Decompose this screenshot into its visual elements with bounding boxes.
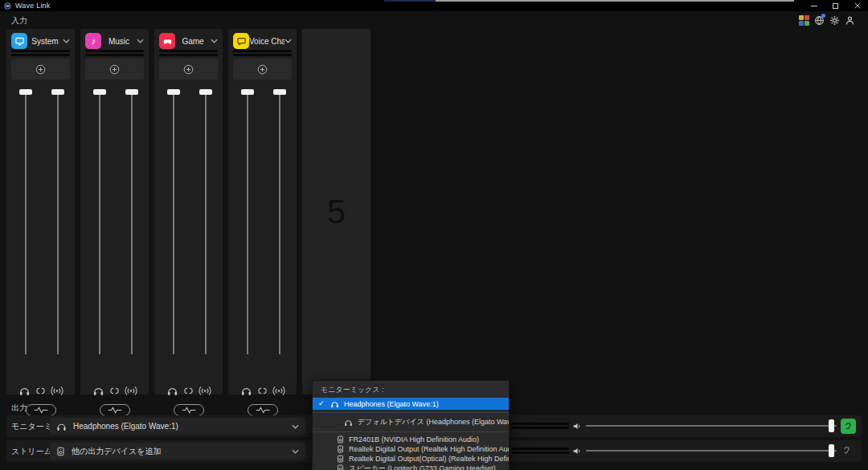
channel-strip-game: Game <box>154 29 223 394</box>
menu-separator <box>313 412 509 413</box>
menu-item-selected[interactable]: ✓ Headphones (Elgato Wave:1) <box>313 398 509 410</box>
effects-button[interactable] <box>248 404 278 416</box>
headphones-icon <box>344 419 353 427</box>
speaker-device-icon <box>337 464 344 470</box>
broadcast-icon[interactable] <box>199 386 211 396</box>
stream-volume-fader[interactable] <box>131 92 133 354</box>
headphones-icon[interactable] <box>92 386 104 396</box>
menu-item-label: スピーカー (Logitech G733 Gaming Headset) <box>349 464 496 470</box>
minimize-button[interactable] <box>803 0 825 11</box>
menu-item-device[interactable]: Realtek Digital Output(Optical) (Realtek… <box>313 454 509 464</box>
channel-header[interactable]: Game <box>154 32 223 50</box>
stream-mix-volume-slider[interactable] <box>586 450 837 452</box>
stream-mix-device-dropdown[interactable]: 他の出力デバイスを追加 <box>50 443 305 460</box>
channel-header[interactable]: System <box>6 32 75 50</box>
fader-handle[interactable] <box>93 89 106 95</box>
speaker-volume-icon <box>571 446 583 456</box>
channel-header[interactable]: ♪ Music <box>80 32 149 50</box>
menu-item-default-device[interactable]: デフォルトデバイス (Headphones (Elgato Wave:1) (D… <box>313 415 509 429</box>
account-icon[interactable] <box>845 15 855 26</box>
headphones-icon[interactable] <box>166 386 178 396</box>
menu-item-device[interactable]: FR2401B (NVIDIA High Definition Audio) <box>313 435 509 444</box>
channel-name: Music <box>101 37 137 46</box>
channel-strip-music: ♪ Music <box>80 29 149 394</box>
headphone-volume-fader[interactable] <box>99 92 100 354</box>
level-meter <box>11 50 70 58</box>
headphones-icon[interactable] <box>240 386 252 396</box>
chevron-down-icon[interactable] <box>137 39 144 43</box>
add-effect-button[interactable] <box>159 59 218 80</box>
channel-output-icons <box>80 386 149 396</box>
marketplace-grid-icon[interactable] <box>799 15 809 26</box>
chevron-down-icon[interactable] <box>63 39 70 43</box>
fader-handle[interactable] <box>19 89 32 95</box>
link-icon[interactable] <box>184 386 193 395</box>
add-effect-button[interactable] <box>85 59 144 80</box>
maximize-button[interactable] <box>825 0 846 11</box>
stream-volume-fader[interactable] <box>205 92 207 354</box>
speaker-device-icon <box>337 455 344 463</box>
stream-mix-level-meter <box>511 448 569 456</box>
chat-bubble-icon <box>233 33 249 49</box>
menu-item-device[interactable]: スピーカー (Logitech G733 Gaming Headset) <box>313 464 509 470</box>
fader-handle[interactable] <box>241 89 254 95</box>
effects-button[interactable] <box>100 404 130 416</box>
channel-output-icons <box>6 386 75 396</box>
close-button[interactable] <box>846 0 868 11</box>
fader-handle[interactable] <box>273 89 286 95</box>
effects-button[interactable] <box>26 404 56 416</box>
channel-name: Voice Chat <box>249 37 285 46</box>
fader-handle[interactable] <box>51 89 64 95</box>
headphone-volume-fader[interactable] <box>173 92 174 354</box>
titlebar: Wave Link <box>0 0 868 11</box>
check-icon: ✓ <box>318 400 326 407</box>
fader-handle[interactable] <box>199 89 212 95</box>
channel-name: Game <box>175 37 211 46</box>
broadcast-icon[interactable] <box>125 386 137 396</box>
monitoring-toggle-on[interactable] <box>841 419 856 434</box>
channel-strips: System ♪ Music <box>6 29 371 394</box>
stream-volume-fader[interactable] <box>57 92 59 354</box>
broadcast-icon[interactable] <box>51 386 63 396</box>
monitor-mix-device-menu: モニターミックス : ✓ Headphones (Elgato Wave:1) … <box>312 380 510 470</box>
link-icon[interactable] <box>110 386 119 395</box>
broadcast-icon[interactable] <box>272 386 285 396</box>
wave-link-window: { "titlebar": { "title": "Wave Link" }, … <box>0 0 868 470</box>
chevron-down-icon[interactable] <box>285 39 292 43</box>
link-icon[interactable] <box>258 386 267 395</box>
menu-item-device[interactable]: Realtek Digital Output (Realtek High Def… <box>313 444 509 454</box>
headphones-icon[interactable] <box>18 386 31 396</box>
monitor-mix-device-dropdown[interactable]: Headphones (Elgato Wave:1) <box>50 418 305 435</box>
gamepad-icon <box>159 33 175 49</box>
menu-item-label: Realtek Digital Output (Realtek High Def… <box>349 445 509 453</box>
channel-strip-empty-slot[interactable]: 5 <box>302 29 371 394</box>
channel-header[interactable]: Voice Chat <box>228 32 297 50</box>
level-meter <box>159 50 218 58</box>
add-effect-button[interactable] <box>11 59 70 80</box>
stream-volume-fader[interactable] <box>279 92 280 354</box>
level-meter <box>85 50 144 58</box>
chevron-down-icon[interactable] <box>211 39 218 43</box>
monitor-mix-volume-slider[interactable] <box>586 425 837 427</box>
headphone-volume-fader[interactable] <box>25 92 27 354</box>
effects-button[interactable] <box>174 404 204 416</box>
add-effect-button[interactable] <box>233 59 292 80</box>
monitor-mix-level-meter <box>511 423 569 431</box>
channel-strip-voice-chat: Voice Chat <box>228 29 297 394</box>
slider-handle[interactable] <box>829 444 834 457</box>
stream-mix-device-value: 他の出力デバイスを追加 <box>72 446 285 457</box>
headphones-icon <box>330 400 339 408</box>
monitoring-toggle-off[interactable] <box>842 445 851 456</box>
monitor-mix-device-value: Headphones (Elgato Wave:1) <box>73 422 285 431</box>
channel-output-icons <box>228 386 297 396</box>
headphone-volume-fader[interactable] <box>247 92 248 354</box>
menu-item-label: デフォルトデバイス (Headphones (Elgato Wave:1) (D… <box>358 417 509 427</box>
globe-update-icon[interactable] <box>814 15 825 26</box>
fader-handle[interactable] <box>167 89 180 95</box>
fader-handle[interactable] <box>125 89 138 95</box>
speaker-device-icon <box>337 445 344 453</box>
gear-icon[interactable] <box>829 15 840 26</box>
music-note-icon: ♪ <box>85 33 101 49</box>
slider-handle[interactable] <box>829 419 834 432</box>
link-icon[interactable] <box>36 386 45 395</box>
